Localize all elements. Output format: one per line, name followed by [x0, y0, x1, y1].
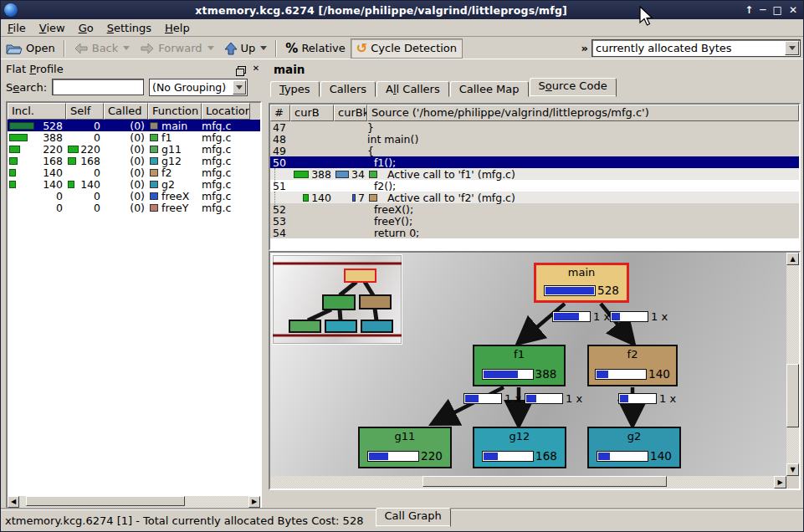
graph-node-g2[interactable]: g2140 [587, 427, 681, 468]
close-button[interactable]: ✕ [789, 2, 797, 18]
self-cell: 0 [66, 190, 104, 202]
dock-float-icon[interactable] [238, 66, 246, 74]
forward-button[interactable]: Forward [135, 38, 218, 59]
source-row[interactable]: 54 return 0; [270, 227, 799, 238]
table-row[interactable]: 220220(0)g11mfg.c [8, 143, 260, 155]
scroll-right-icon[interactable]: ▶ [248, 496, 260, 508]
column-header-called[interactable]: Called [104, 103, 148, 120]
table-row[interactable]: 140140(0)g2mfg.c [8, 178, 260, 190]
graph-hscrollbar[interactable]: ▶ [270, 476, 786, 489]
source-row[interactable]: 47} [270, 121, 799, 133]
toolbar-overflow-chevron[interactable]: » [578, 42, 591, 54]
graph-node-f1[interactable]: f1388 [473, 345, 566, 386]
flat-profile-hscrollbar[interactable]: ◀ ▶ [8, 496, 260, 508]
function-color-swatch [150, 192, 158, 200]
dock-close-icon[interactable]: ✕ [250, 64, 262, 74]
source-column-header[interactable]: curBk [334, 105, 367, 121]
tab-callee-map[interactable]: Callee Map [450, 81, 529, 97]
graph-node-cost: 220 [367, 449, 443, 463]
scrollbar-thumb[interactable] [26, 496, 185, 506]
relative-button[interactable]: % Relative [280, 38, 350, 59]
column-header-incl[interactable]: Incl. [8, 103, 66, 120]
tab-all-callers[interactable]: All Callers [376, 81, 449, 97]
table-row[interactable]: 00(0)freeYmfg.c [8, 202, 260, 213]
line-number: 52 [270, 203, 290, 216]
dock-title-bar[interactable]: Flat Profile ✕ [3, 61, 265, 76]
tab-types[interactable]: Types [270, 81, 320, 97]
menu-item-go[interactable]: Go [72, 20, 100, 36]
graph-node-label: g11 [395, 430, 416, 442]
graph-vscrollbar[interactable]: ▲ ▼ [786, 253, 799, 476]
scrollbar-thumb[interactable] [422, 476, 667, 487]
edge-call-count-label: 1 x [618, 392, 676, 405]
function-cell: f1 [148, 131, 202, 144]
source-row[interactable]: 53 freeY(); [270, 215, 799, 227]
source-line: { [367, 145, 799, 157]
source-row[interactable]: 49{ [270, 145, 799, 156]
graph-node-f2[interactable]: f2140 [587, 345, 678, 386]
scroll-right-icon[interactable]: ▶ [774, 476, 786, 489]
app-icon [4, 3, 18, 17]
column-header-function[interactable]: Function [148, 103, 202, 120]
source-row[interactable]: 48int main() [270, 133, 799, 145]
toolbar: Open Back Forward Up % Relative ↺ Cycle … [1, 38, 803, 59]
source-row[interactable]: 1407 Active call to 'f2' (mfg.c) [270, 192, 799, 203]
source-row[interactable]: 51 f2(); [270, 180, 799, 192]
source-row[interactable]: 52 freeX(); [270, 203, 799, 215]
event-type-combobox[interactable]: currently allocated Bytes [591, 39, 801, 57]
function-cell: main [148, 120, 202, 132]
scroll-up-icon[interactable]: ▲ [786, 253, 799, 265]
menu-item-view[interactable]: View [33, 20, 72, 36]
curbk-cell: 34 [334, 168, 367, 181]
up-dropdown-icon[interactable] [260, 46, 267, 50]
source-column-header[interactable]: Source ('/home/philippe/valgrind/littlep… [367, 105, 799, 121]
shade-button[interactable]: ↑ [745, 2, 753, 18]
chevron-down-icon [236, 85, 243, 90]
edge-cost-bar [618, 393, 657, 404]
source-line: } [367, 121, 799, 134]
table-row[interactable]: 00(0)freeXmfg.c [8, 190, 260, 202]
grouping-dropdown-button[interactable] [233, 80, 246, 95]
column-header-self[interactable]: Self [66, 103, 104, 120]
cycle-detection-button[interactable]: ↺ Cycle Detection [351, 38, 463, 59]
selected-function-title: main [269, 61, 801, 78]
call-graph-canvas[interactable]: main528f1388f2140g11220g12168g2140 1 x1 … [270, 253, 786, 476]
tab-call-graph[interactable]: Call Graph [376, 508, 451, 527]
back-button[interactable]: Back [69, 38, 136, 59]
curb-cost-bar [303, 194, 309, 202]
column-header-location[interactable]: Location [202, 103, 250, 120]
graph-node-g11[interactable]: g11220 [358, 427, 452, 468]
scroll-down-icon[interactable]: ▼ [786, 463, 799, 476]
maximize-button[interactable]: □ [773, 2, 782, 18]
back-dropdown-icon[interactable] [123, 46, 130, 50]
up-button[interactable]: Up [219, 38, 273, 59]
minimize-button[interactable]: ─ [760, 2, 766, 18]
line-number: 49 [270, 145, 290, 157]
graph-node-main[interactable]: main528 [534, 263, 629, 303]
combobox-dropdown-button[interactable] [785, 41, 799, 55]
source-column-header[interactable]: # [270, 105, 290, 121]
table-row[interactable]: 1400(0)f2mfg.c [8, 166, 260, 178]
source-row[interactable]: 38834 Active call to 'f1' (mfg.c) [270, 168, 799, 180]
menu-item-file[interactable]: File [1, 20, 33, 36]
table-row[interactable]: 3880(0)f1mfg.c [8, 131, 260, 143]
incl-cell: 528 [8, 120, 66, 132]
scroll-left-icon[interactable]: ◀ [8, 496, 19, 508]
source-row[interactable]: 50 f1(); [270, 156, 799, 168]
open-button[interactable]: Open [1, 38, 60, 59]
graph-node-g12[interactable]: g12168 [473, 427, 566, 468]
location-cell: mfg.c [202, 131, 250, 144]
table-row[interactable]: 168168(0)g12mfg.c [8, 155, 260, 166]
scrollbar-thumb[interactable] [786, 364, 799, 427]
graph-overview-map[interactable] [272, 254, 402, 345]
tab-callers[interactable]: Callers [320, 81, 376, 97]
menu-item-settings[interactable]: Settings [100, 20, 158, 36]
tab-source-code[interactable]: Source Code [530, 78, 617, 97]
line-number: 54 [270, 227, 290, 239]
menu-item-help[interactable]: Help [158, 20, 197, 36]
grouping-combobox[interactable]: (No Grouping) [149, 79, 248, 96]
search-input[interactable] [52, 79, 144, 95]
forward-dropdown-icon[interactable] [207, 46, 214, 50]
source-column-header[interactable]: curB [290, 105, 334, 121]
table-row[interactable]: 5280(0)mainmfg.c [8, 120, 260, 131]
